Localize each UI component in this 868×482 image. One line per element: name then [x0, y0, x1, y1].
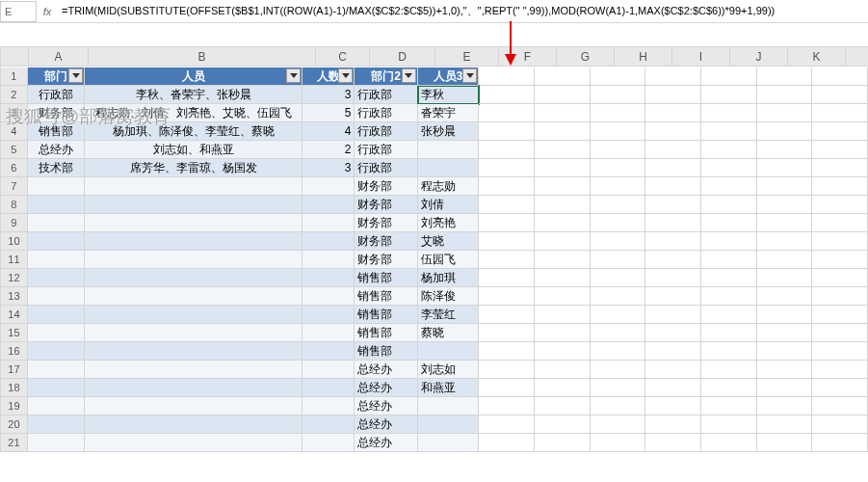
cell-G21[interactable] — [535, 434, 591, 452]
cell-L19[interactable] — [812, 397, 868, 415]
cell-B7[interactable] — [85, 177, 302, 196]
cell-C4[interactable]: 4 — [302, 122, 355, 141]
row-header[interactable]: 19 — [0, 397, 28, 415]
cell-H19[interactable] — [591, 397, 646, 415]
cell-F19[interactable] — [479, 397, 535, 415]
cell-D11[interactable]: 财务部 — [355, 251, 417, 269]
cell-H14[interactable] — [591, 306, 646, 324]
cell-E6[interactable] — [418, 159, 479, 177]
cell-I15[interactable] — [645, 324, 701, 342]
cell-C10[interactable] — [302, 232, 355, 251]
cell-J9[interactable] — [701, 214, 757, 232]
cell-A16[interactable] — [28, 342, 86, 361]
cell-D3[interactable]: 行政部 — [355, 104, 417, 122]
cell-L9[interactable] — [812, 214, 868, 232]
cell-B4[interactable]: 杨加琪、陈泽俊、李莹红、蔡晓 — [85, 122, 302, 141]
row-header[interactable]: 10 — [0, 232, 28, 251]
cell-D20[interactable]: 总经办 — [355, 415, 417, 434]
cell-J20[interactable] — [701, 415, 757, 434]
cell-E17[interactable]: 刘志如 — [418, 361, 479, 379]
cell-L1[interactable] — [812, 67, 868, 86]
cell-J6[interactable] — [701, 159, 757, 177]
cell-E15[interactable]: 蔡晓 — [418, 324, 479, 342]
cell-D5[interactable]: 行政部 — [355, 141, 417, 159]
cell-H21[interactable] — [591, 434, 646, 452]
cell-L18[interactable] — [812, 379, 868, 397]
cell-A9[interactable] — [28, 214, 86, 232]
cell-J2[interactable] — [701, 86, 757, 104]
cell-G8[interactable] — [535, 196, 591, 214]
cell-G4[interactable] — [535, 122, 591, 141]
cell-H8[interactable] — [591, 196, 646, 214]
cell-E2[interactable]: 李秋 — [418, 86, 479, 104]
cell-I9[interactable] — [645, 214, 701, 232]
cell-J19[interactable] — [701, 397, 757, 415]
cell-J7[interactable] — [701, 177, 757, 196]
cell-I16[interactable] — [645, 342, 701, 361]
cell-F17[interactable] — [479, 361, 535, 379]
cell-C15[interactable] — [302, 324, 355, 342]
cell-I4[interactable] — [645, 122, 701, 141]
cell-L13[interactable] — [812, 287, 868, 306]
cell-K2[interactable] — [757, 86, 813, 104]
cell-B17[interactable] — [85, 361, 302, 379]
cell-E11[interactable]: 伍园飞 — [418, 251, 479, 269]
row-header[interactable]: 4 — [0, 122, 28, 141]
row-header[interactable]: 5 — [0, 141, 28, 159]
cell-I10[interactable] — [645, 232, 701, 251]
cell-B12[interactable] — [85, 269, 302, 287]
cell-B8[interactable] — [85, 196, 302, 214]
cell-L4[interactable] — [812, 122, 868, 141]
cell-I2[interactable] — [645, 86, 701, 104]
cell-E4[interactable]: 张秒晨 — [418, 122, 479, 141]
cell-B21[interactable] — [85, 434, 302, 452]
cell-A2[interactable]: 行政部 — [28, 86, 86, 104]
cell-L21[interactable] — [812, 434, 868, 452]
cell-I1[interactable] — [645, 67, 701, 86]
cell-B15[interactable] — [85, 324, 302, 342]
row-header[interactable]: 14 — [0, 306, 28, 324]
cell-J4[interactable] — [701, 122, 757, 141]
cell-E21[interactable] — [418, 434, 479, 452]
filter-dropdown-icon[interactable] — [286, 68, 301, 83]
row-header[interactable]: 12 — [0, 269, 28, 287]
cell-F1[interactable] — [479, 67, 535, 86]
cell-D12[interactable]: 销售部 — [355, 269, 417, 287]
row-header[interactable]: 8 — [0, 196, 28, 214]
cell-L5[interactable] — [812, 141, 868, 159]
cell-D8[interactable]: 财务部 — [355, 196, 417, 214]
cell-G19[interactable] — [535, 397, 591, 415]
row-header[interactable]: 17 — [0, 361, 28, 379]
cell-K18[interactable] — [757, 379, 813, 397]
cell-J3[interactable] — [701, 104, 757, 122]
cell-E14[interactable]: 李莹红 — [418, 306, 479, 324]
cell-L20[interactable] — [812, 415, 868, 434]
cell-D9[interactable]: 财务部 — [355, 214, 417, 232]
cell-K8[interactable] — [757, 196, 813, 214]
cell-D16[interactable]: 销售部 — [355, 342, 417, 361]
cell-K7[interactable] — [757, 177, 813, 196]
row-header[interactable]: 6 — [0, 159, 28, 177]
cell-C8[interactable] — [302, 196, 355, 214]
cell-J15[interactable] — [701, 324, 757, 342]
cell-H16[interactable] — [591, 342, 646, 361]
cell-K12[interactable] — [757, 269, 813, 287]
cell-K14[interactable] — [757, 306, 813, 324]
cell-D4[interactable]: 行政部 — [355, 122, 417, 141]
cell-F9[interactable] — [479, 214, 535, 232]
column-header-J[interactable]: J — [730, 46, 788, 67]
cell-B5[interactable]: 刘志如、和燕亚 — [85, 141, 302, 159]
cell-D10[interactable]: 财务部 — [355, 232, 417, 251]
cell-G6[interactable] — [535, 159, 591, 177]
cell-B9[interactable] — [85, 214, 302, 232]
cell-E13[interactable]: 陈泽俊 — [418, 287, 479, 306]
cell-G2[interactable] — [535, 86, 591, 104]
cell-I8[interactable] — [645, 196, 701, 214]
filter-dropdown-icon[interactable] — [338, 68, 353, 83]
cell-D13[interactable]: 销售部 — [355, 287, 417, 306]
cell-A6[interactable]: 技术部 — [28, 159, 86, 177]
cell-L3[interactable] — [812, 104, 868, 122]
cell-A5[interactable]: 总经办 — [28, 141, 86, 159]
cell-I19[interactable] — [645, 397, 701, 415]
cell-J14[interactable] — [701, 306, 757, 324]
